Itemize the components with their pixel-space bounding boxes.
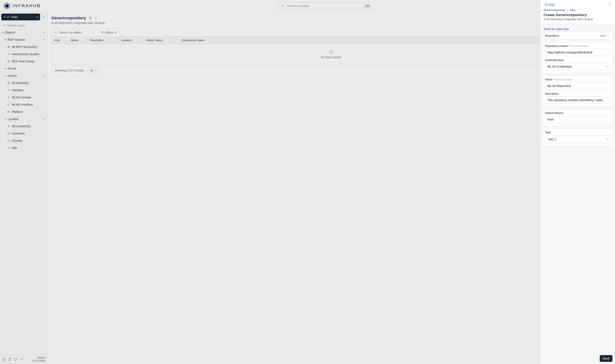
svg-rect-29 (9, 358, 11, 361)
object-search[interactable]: Search an object (54, 31, 97, 34)
chevron-down-icon: ▼ (606, 65, 608, 68)
page-size-select[interactable]: 10 (88, 67, 99, 74)
search-icon (54, 31, 57, 34)
tag-chip: red ✕ (547, 137, 558, 142)
description-input[interactable] (545, 96, 611, 104)
group-device[interactable]: Device▼ (0, 72, 47, 79)
logo-icon (3, 2, 11, 10)
svg-rect-17 (8, 83, 10, 84)
th-loc[interactable]: Location (121, 39, 146, 42)
card-name-desc: Name *must be unique Description (543, 76, 613, 106)
empty-state: No items found. (52, 44, 611, 65)
item-continent[interactable]: Continent (0, 130, 47, 137)
help-button[interactable]: ? (608, 2, 612, 7)
graphql-icon[interactable] (14, 358, 17, 361)
svg-point-36 (546, 4, 546, 4)
item-all-bgp[interactable]: All BGP Session(s) (0, 43, 47, 51)
pager-text: Showing 0 of 0 results (54, 69, 84, 72)
table-header: Kind Name Description Location Admin Sta… (52, 37, 611, 44)
chevron-down-icon: ▼ (43, 31, 45, 34)
page-subtitle: A Git Repository integrated with Infrahu… (51, 21, 611, 25)
page-title: Genericrepository (51, 16, 86, 20)
reload-icon[interactable] (95, 16, 98, 20)
server-icon (7, 81, 10, 84)
svg-marker-1 (5, 4, 9, 8)
doc-icon[interactable] (8, 358, 12, 361)
sidebar: main ▾ Search menu Objects▼ BGP Session▼… (0, 12, 48, 364)
item-mlag-interface[interactable]: MLAG Interface (0, 101, 47, 108)
svg-point-38 (547, 4, 547, 4)
item-platform[interactable]: Platform (0, 108, 47, 115)
chevron-down-icon: ▼ (43, 39, 45, 41)
sort-icon (608, 35, 611, 37)
globe-icon (7, 132, 10, 135)
item-country[interactable]: Country (0, 137, 47, 144)
svg-rect-14 (8, 62, 9, 62)
branch-selector[interactable]: main ▾ (1, 13, 40, 20)
chevron-down-icon: ▼ (43, 118, 45, 120)
item-all-location[interactable]: All Location(s) (0, 123, 47, 130)
breadcrumb: Genericrepository ❯ New (543, 9, 612, 12)
logo[interactable]: INFRAHUB (3, 2, 41, 10)
group-circuit[interactable]: Circuit (0, 65, 47, 72)
group-location[interactable]: Location▼ (0, 115, 47, 123)
search-icon (281, 4, 284, 7)
svg-rect-21 (8, 111, 10, 113)
svg-rect-18 (8, 90, 10, 91)
th-name[interactable]: Name (71, 39, 90, 42)
svg-point-4 (8, 16, 8, 16)
tags-select[interactable]: red ✕ ▼ (545, 135, 611, 143)
file-icon (330, 50, 333, 54)
drawer-branch-pill[interactable]: main (543, 2, 556, 7)
svg-point-6 (9, 16, 10, 17)
th-admin[interactable]: Admin Status (146, 39, 182, 42)
th-kind[interactable]: Kind (54, 39, 71, 42)
main: Genericrepository 0 A Git Repository int… (48, 12, 615, 364)
search-icon (2, 24, 5, 27)
plus-icon (42, 15, 45, 18)
add-branch-button[interactable] (41, 13, 46, 20)
svg-point-31 (55, 31, 57, 33)
item-peer-group[interactable]: BGP Peer Group (0, 58, 47, 65)
item-all-device[interactable]: All Device(s) (0, 79, 47, 87)
group-bgp[interactable]: BGP Session▼ (0, 36, 47, 43)
filters-button[interactable]: Filters: 0 (101, 31, 117, 34)
auth-select[interactable]: My Git Credentials▼ (545, 63, 611, 70)
repo-location-input[interactable] (545, 49, 611, 56)
data-card: Search an object Filters: 0 Kind Name De… (51, 28, 611, 76)
svg-rect-26 (8, 147, 10, 149)
name-input[interactable] (545, 82, 611, 90)
target-icon (7, 52, 10, 56)
chevron-down-icon: ▾ (37, 15, 38, 19)
item-site[interactable]: Site (0, 144, 47, 151)
pagination: Showing 0 of 0 results 10 (52, 65, 611, 76)
window-icon (7, 110, 10, 113)
svg-rect-19 (8, 97, 10, 98)
item-mlag-domain[interactable]: MLAG Domain (0, 94, 47, 101)
svg-rect-13 (9, 60, 10, 61)
card-tags: Tags red ✕ ▼ (543, 128, 613, 146)
json-icon[interactable] (20, 358, 23, 361)
drawer-subtitle: A Git Repository integrated with Infrahu… (543, 18, 612, 21)
filter-icon (101, 31, 104, 34)
kbd-hint: ⌘K (364, 4, 371, 8)
th-desc[interactable]: Description (90, 39, 121, 42)
svg-rect-25 (8, 140, 10, 142)
remove-tag-icon[interactable]: ✕ (554, 138, 556, 141)
count-badge: 0 (88, 16, 93, 20)
menu-search[interactable]: Search menu (0, 22, 47, 29)
item-interface[interactable]: Interface (0, 87, 47, 94)
svg-line-8 (4, 26, 5, 27)
object-type-select[interactable]: Repository Core (543, 32, 613, 39)
group-objects[interactable]: Objects▼ (0, 29, 47, 36)
save-button[interactable]: Save (600, 355, 613, 362)
flag-icon (7, 139, 10, 142)
svg-rect-12 (8, 60, 9, 61)
search-anywhere[interactable]: Search anywhere ⌘K (278, 2, 374, 10)
default-branch-input[interactable] (545, 116, 611, 123)
git-icon[interactable] (2, 358, 5, 361)
chevron-down-icon: ▼ (43, 75, 45, 77)
item-as[interactable]: Autonomous System (0, 51, 47, 58)
svg-point-37 (546, 5, 546, 5)
svg-rect-33 (330, 50, 333, 53)
